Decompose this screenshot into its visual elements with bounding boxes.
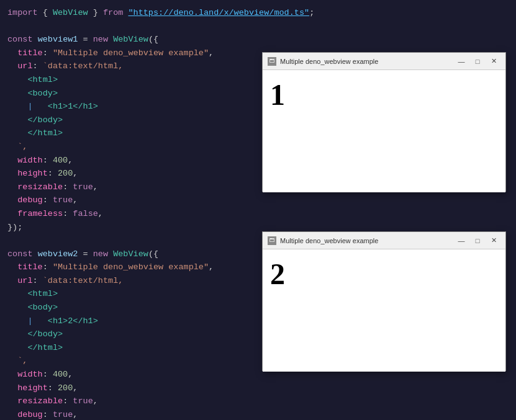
window-1-title: Multiple deno_webview example [280, 58, 378, 65]
window-2-controls: — □ ✕ [455, 236, 500, 246]
window-2-number: 2 [270, 257, 285, 291]
code-line: const webview1 = new WebView({ [0, 33, 516, 47]
window-1-title-area: 🗔 Multiple deno_webview example [268, 57, 378, 66]
code-line: resizable: true, [0, 395, 516, 408]
code-line: debug: true, [0, 408, 516, 420]
window-2-title: Multiple deno_webview example [280, 237, 378, 244]
code-line: height: 200, [0, 382, 516, 395]
window-1-titlebar: 🗔 Multiple deno_webview example — □ ✕ [263, 53, 505, 70]
window-2-maximize[interactable]: □ [471, 236, 484, 246]
window-1-close[interactable]: ✕ [487, 56, 500, 66]
window-2-title-area: 🗔 Multiple deno_webview example [268, 236, 378, 245]
window-1-maximize[interactable]: □ [471, 56, 484, 66]
window-1-icon: 🗔 [268, 57, 276, 66]
window-2-body: 2 [263, 249, 505, 372]
window-1-number: 1 [270, 78, 285, 112]
window-2-titlebar: 🗔 Multiple deno_webview example — □ ✕ [263, 232, 505, 249]
code-line [0, 20, 516, 34]
webview-window-2[interactable]: 🗔 Multiple deno_webview example — □ ✕ 2 [262, 231, 506, 371]
window-2-close[interactable]: ✕ [487, 236, 500, 246]
code-line: frameless: false, [0, 207, 516, 221]
code-line: debug: true, [0, 194, 516, 207]
window-2-icon: 🗔 [268, 236, 276, 245]
window-1-body: 1 [263, 70, 505, 192]
window-1-minimize[interactable]: — [455, 56, 468, 66]
window-2-minimize[interactable]: — [455, 236, 468, 246]
code-line: import { WebView } from "https://deno.la… [0, 6, 516, 20]
editor-area: import { WebView } from "https://deno.la… [0, 0, 516, 420]
webview-window-1[interactable]: 🗔 Multiple deno_webview example — □ ✕ 1 [262, 52, 506, 192]
window-1-controls: — □ ✕ [455, 56, 500, 66]
